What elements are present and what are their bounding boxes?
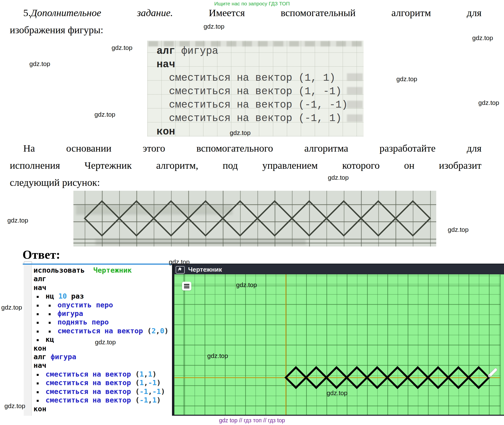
code-line: сместиться на вектор (2,0) xyxy=(34,327,169,335)
indent-dot xyxy=(37,322,39,324)
code-line: кон xyxy=(34,405,169,413)
hamburger-icon xyxy=(184,284,189,285)
code-line: нач xyxy=(34,361,169,370)
watermark: gdz.top xyxy=(1,304,22,311)
task-line: исполнения Чертежник алгоритм, под управ… xyxy=(10,159,481,177)
watermark: gdz.top xyxy=(94,111,115,118)
watermark: gdz.top xyxy=(236,281,257,289)
code-line: нач xyxy=(157,58,364,71)
task-number: 5. xyxy=(23,7,31,18)
code-line: алг фигура xyxy=(157,45,364,58)
code-line: сместиться на вектор (-1, 1) xyxy=(157,112,364,125)
code-line: сместиться на вектор (-1,-1) xyxy=(34,387,169,396)
indent-dot xyxy=(37,382,39,384)
watermark: gdz.top xyxy=(478,99,499,107)
code-line: фигура xyxy=(34,309,169,318)
editor-gutter xyxy=(24,265,32,416)
watermark: gdz.top xyxy=(396,75,417,83)
hamburger-menu-button[interactable] xyxy=(182,282,191,291)
task-line: На основании этого вспомогательного алго… xyxy=(10,142,481,159)
scanned-code-lines: алг фигуранач сместиться на вектор (1, 1… xyxy=(147,41,364,136)
indent-dot xyxy=(49,313,51,315)
watermark: gdz.top xyxy=(95,338,116,346)
answer-heading: Ответ: xyxy=(23,247,60,262)
watermark: gdz.top xyxy=(448,226,469,234)
indent-dot xyxy=(37,305,39,307)
watermark: gdz.top xyxy=(472,34,493,42)
task-paragraph-1: 5.Дополнительное задание. Имеется вспомо… xyxy=(10,7,481,41)
code-line: опустить перо xyxy=(34,301,169,309)
pin-button[interactable] xyxy=(176,266,185,274)
indent-dot xyxy=(37,296,39,298)
task-paragraph-2: На основании этого вспомогательного алго… xyxy=(10,142,481,194)
window-title: Чертежник xyxy=(188,266,222,273)
watermark: gdz.top xyxy=(29,60,50,68)
promo-banner: Ищите нас по запросу ГДЗ ТОП xyxy=(0,1,504,7)
watermark: gdz.top xyxy=(169,258,190,266)
watermark: gdz.top xyxy=(204,23,224,30)
code-line: алг xyxy=(34,275,169,283)
code-line: сместиться на вектор (-1,1) xyxy=(34,396,169,404)
code-line: нц 10 раз xyxy=(34,292,169,301)
code-line: сместиться на вектор (1,-1) xyxy=(34,379,169,387)
indent-dot xyxy=(37,374,39,376)
code-line: кон xyxy=(157,125,364,136)
watermark: gdz.top xyxy=(4,402,25,410)
indent-dot xyxy=(37,313,39,315)
indent-dot xyxy=(49,322,51,324)
indent-dot xyxy=(49,305,51,307)
indent-dot xyxy=(37,339,39,341)
watermark: gdz.top xyxy=(207,352,228,360)
watermark: gdz.top xyxy=(327,389,347,397)
scanned-pattern-image xyxy=(73,191,436,246)
task-line: 5.Дополнительное задание. Имеется вспомо… xyxy=(10,7,481,24)
indent-dot xyxy=(37,391,39,393)
code-line: сместиться на вектор (-1, -1) xyxy=(157,98,364,112)
task-title-italic: Дополнительное задание. xyxy=(31,7,173,18)
watermark: gdz.top xyxy=(230,129,251,137)
window-titlebar: Чертежник xyxy=(174,264,504,274)
watermark: gdz.top xyxy=(328,174,349,181)
code-line: сместиться на вектор (1, 1) xyxy=(157,71,364,85)
diamond-chain-drawing xyxy=(73,191,436,246)
indent-dot xyxy=(37,400,39,402)
indent-dot xyxy=(37,331,39,333)
code-line: поднять перо xyxy=(34,318,169,326)
task-line: изображения фигуры: xyxy=(10,24,481,41)
code-line: сместиться на вектор (1, -1) xyxy=(157,85,364,98)
code-line: сместиться на вектор (1,1) xyxy=(34,370,169,379)
code-line: нач xyxy=(34,283,169,292)
pushpin-icon xyxy=(177,267,182,272)
footer-links: gdz top // гдз топ // гдз top xyxy=(0,417,504,424)
indent-dot xyxy=(49,331,51,333)
watermark: gdz.top xyxy=(112,44,132,52)
code-line: использовать Чертежник xyxy=(34,266,169,275)
scanned-algorithm-image: алг фигуранач сместиться на вектор (1, 1… xyxy=(147,41,364,136)
watermark: gdz.top xyxy=(7,217,28,224)
code-line: алг фигура xyxy=(34,353,169,361)
